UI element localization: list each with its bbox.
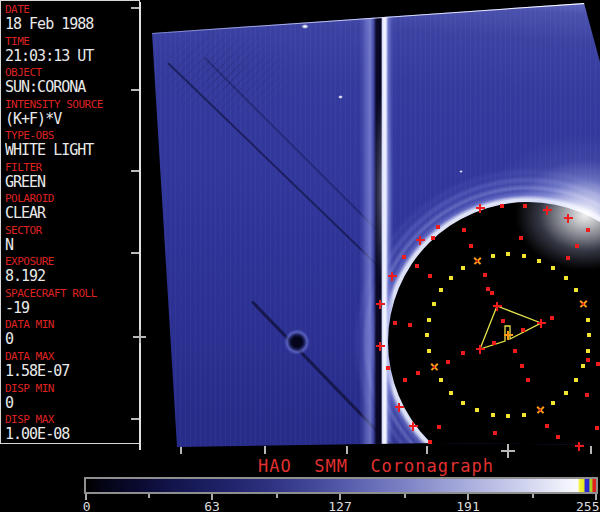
- metadata-value: 1.58E-07: [5, 363, 139, 379]
- colorbar-minor-tick: [148, 494, 150, 498]
- coronagraph-viewer-window: DATE18 Feb 1988TIME21:03:13 UTOBJECTSUN:…: [0, 0, 600, 512]
- metadata-value: SUN:CORONA: [5, 79, 139, 95]
- metadata-label: DATA MIN: [5, 318, 139, 331]
- colorbar-tick-label: 63: [204, 499, 220, 512]
- colorbar-frame: [84, 477, 598, 494]
- colorbar-minor-tick: [276, 494, 278, 498]
- left-axis-tick: [131, 89, 139, 91]
- colorbar-minor-tick: [532, 494, 534, 498]
- image-title: HAO SMM Coronagraph: [152, 456, 600, 476]
- colorbar-tick-label: 191: [456, 499, 479, 512]
- pylon-glow: [374, 90, 392, 290]
- metadata-panel: DATE18 Feb 1988TIME21:03:13 UTOBJECTSUN:…: [0, 0, 140, 444]
- metadata-label: SPACECRAFT ROLL: [5, 287, 139, 300]
- metadata-field: EXPOSURE8.192: [5, 255, 139, 287]
- metadata-field: TIME21:03:13 UT: [5, 35, 139, 67]
- bottom-axis-tick: [590, 446, 592, 454]
- left-axis-tick: [131, 418, 139, 420]
- bottom-axis-tick: [346, 446, 348, 454]
- metadata-value: GREEN: [5, 174, 139, 190]
- metadata-value: 0: [5, 331, 139, 347]
- metadata-field: FILTERGREEN: [5, 161, 139, 193]
- metadata-value: 0: [5, 395, 139, 411]
- colorbar-minor-tick: [404, 494, 406, 498]
- metadata-field: POLAROIDCLEAR: [5, 192, 139, 224]
- image-left-axis: [139, 2, 141, 450]
- colorbar-tick-label: 127: [328, 499, 351, 512]
- metadata-value: 1.00E-08: [5, 426, 139, 442]
- colorbar-tick-label: 255: [576, 499, 599, 512]
- metadata-label: SECTOR: [5, 224, 139, 237]
- metadata-label: INTENSITY SOURCE: [5, 98, 139, 111]
- metadata-field: DATA MAX1.58E-07: [5, 350, 139, 382]
- left-axis-cross: [139, 330, 141, 343]
- metadata-field: DATE18 Feb 1988: [5, 3, 139, 35]
- metadata-value: WHITE LIGHT: [5, 142, 139, 158]
- star-spot: [459, 170, 463, 173]
- metadata-value: CLEAR: [5, 205, 139, 221]
- colorbar-gradient: [86, 479, 596, 492]
- star-spot: [301, 24, 309, 29]
- left-axis-tick: [131, 252, 139, 254]
- colorbar-tick-label: 0: [83, 499, 91, 512]
- metadata-field: SPACECRAFT ROLL-19: [5, 287, 139, 319]
- metadata-value: (K+F)*V: [5, 111, 139, 127]
- metadata-label: TIME: [5, 35, 139, 48]
- metadata-field: INTENSITY SOURCE(K+F)*V: [5, 98, 139, 130]
- metadata-value: N: [5, 237, 139, 253]
- bottom-axis-tick: [264, 446, 266, 454]
- metadata-value: -19: [5, 300, 139, 316]
- bright-bloom: [515, 160, 600, 270]
- metadata-field: DATA MIN0: [5, 318, 139, 350]
- dark-spot-artifact: [284, 329, 310, 355]
- metadata-field: DISP MIN0: [5, 382, 139, 414]
- metadata-value: 8.192: [5, 268, 139, 284]
- bottom-axis-tick: [426, 446, 428, 454]
- metadata-label: FILTER: [5, 161, 139, 174]
- bottom-axis-tick: [180, 446, 182, 454]
- metadata-label: DISP MIN: [5, 382, 139, 395]
- star-spot: [338, 95, 343, 99]
- corner-fringe-texture: [150, 26, 300, 121]
- metadata-value: 21:03:13 UT: [5, 48, 139, 64]
- metadata-field: SECTORN: [5, 224, 139, 256]
- pylon-top-bloom: [338, 5, 384, 17]
- metadata-value: 18 Feb 1988: [5, 16, 139, 32]
- metadata-field: OBJECTSUN:CORONA: [5, 66, 139, 98]
- left-axis-tick: [131, 170, 139, 172]
- metadata-field: DISP MAX1.00E-08: [5, 413, 139, 445]
- left-axis-tick: [131, 7, 139, 9]
- metadata-field: TYPE-OBSWHITE LIGHT: [5, 129, 139, 161]
